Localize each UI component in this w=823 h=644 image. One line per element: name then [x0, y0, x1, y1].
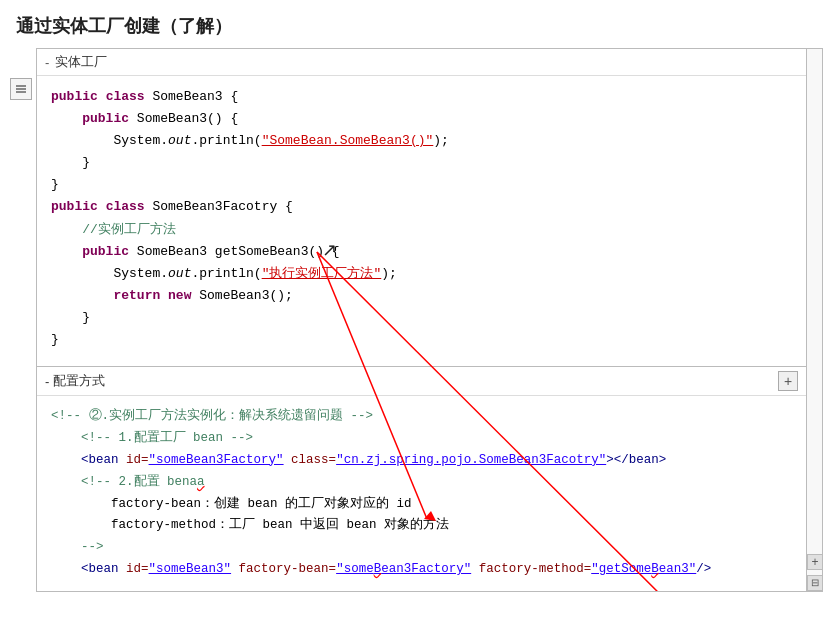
code-line: return new SomeBean3();: [51, 285, 792, 307]
xml-line: <!-- 1.配置工厂 bean -->: [51, 428, 792, 450]
section1-title: 实体工厂: [55, 53, 107, 71]
xml-line: <bean id="someBean3Factory" class="cn.zj…: [51, 450, 792, 472]
code-line: public class SomeBean3 {: [51, 86, 792, 108]
scrollbar-minimize-button[interactable]: ⊟: [807, 575, 823, 591]
code-block-section1: public class SomeBean3 { public SomeBean…: [37, 76, 806, 366]
code-line: }: [51, 329, 792, 351]
section1-header: - 实体工厂: [37, 49, 806, 76]
code-line: }: [51, 307, 792, 329]
section2-title: 配置方式: [53, 372, 105, 390]
section2-header-left: - 配置方式: [45, 372, 105, 390]
move-handle[interactable]: [10, 78, 32, 100]
section2-header: - 配置方式 +: [37, 367, 806, 396]
xml-line: <bean id="someBean3" factory-bean="someB…: [51, 559, 792, 581]
code-line: public class SomeBean3Facotry {: [51, 196, 792, 218]
page-title: 通过实体工厂创建（了解）: [0, 0, 823, 48]
code-line: //实例工厂方法: [51, 219, 792, 241]
right-scrollbar: + ⊟: [807, 48, 823, 592]
config-add-button[interactable]: +: [778, 371, 798, 391]
xml-line: factory-bean：创建 bean 的工厂对象对应的 id: [51, 494, 792, 516]
xml-block-section2: <!-- ②.实例工厂方法实例化：解决系统遗留问题 --> <!-- 1.配置工…: [37, 396, 806, 591]
code-line: System.out.println("SomeBean.SomeBean3()…: [51, 130, 792, 152]
code-line: public SomeBean3 getSomeBean3() {: [51, 241, 792, 263]
scrollbar-add-button[interactable]: +: [807, 554, 823, 570]
code-line: }: [51, 174, 792, 196]
code-line: public SomeBean3() {: [51, 108, 792, 130]
xml-line: -->: [51, 537, 792, 559]
xml-line: factory-method：工厂 bean 中返回 bean 对象的方法: [51, 515, 792, 537]
xml-line: <!-- ②.实例工厂方法实例化：解决系统遗留问题 -->: [51, 406, 792, 428]
code-line: }: [51, 152, 792, 174]
code-line: System.out.println("执行实例工厂方法");: [51, 263, 792, 285]
xml-line: <!-- 2.配置 benaa: [51, 472, 792, 494]
